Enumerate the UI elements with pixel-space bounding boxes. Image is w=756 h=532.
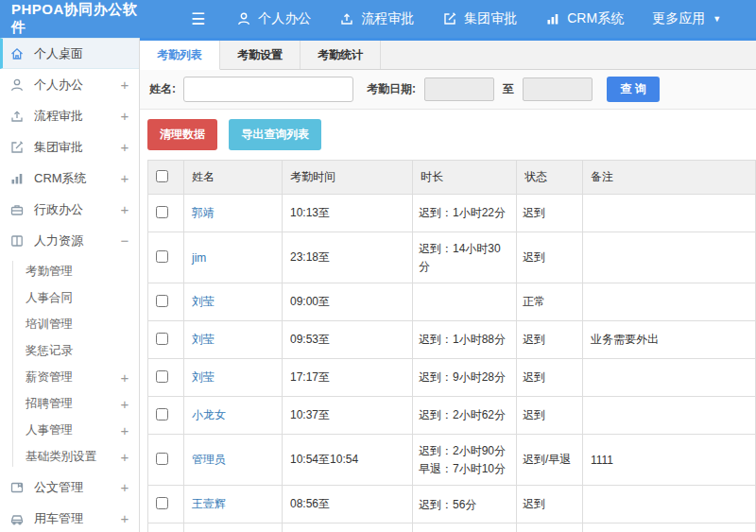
- row-checkbox[interactable]: [156, 333, 168, 345]
- expand-toggle[interactable]: +: [118, 479, 131, 495]
- status-badge: 迟到: [517, 232, 583, 283]
- expand-toggle[interactable]: +: [118, 108, 131, 124]
- employee-name-link[interactable]: 郭靖: [192, 206, 215, 219]
- expand-toggle[interactable]: +: [118, 170, 131, 186]
- row-checkbox[interactable]: [156, 453, 168, 465]
- attendance-time: 09:53至: [283, 321, 413, 359]
- body-wrapper: 个人桌面 个人办公 + 流程审批 + 集团审: [0, 38, 756, 532]
- car-icon: [9, 511, 25, 526]
- status-badge: 迟到: [517, 397, 583, 435]
- user-icon: [236, 11, 251, 26]
- expand-toggle[interactable]: +: [118, 77, 131, 93]
- tab-bar: 考勤列表 考勤设置 考勤统计: [140, 41, 756, 70]
- sidebar-label: 集团审批: [34, 139, 118, 156]
- duration-cell: 迟到：2小时62分: [413, 397, 517, 435]
- employee-name-link[interactable]: 刘莹: [192, 370, 215, 384]
- topnav-personal-office[interactable]: 个人办公: [222, 0, 325, 38]
- row-checkbox[interactable]: [156, 206, 168, 218]
- employee-name-link[interactable]: 刘莹: [192, 295, 215, 308]
- sidebar-sublabel: 薪资管理: [26, 369, 118, 386]
- name-filter-input[interactable]: [183, 77, 353, 102]
- employee-name-link[interactable]: 小龙女: [192, 408, 226, 421]
- sidebar-item-human-resources[interactable]: 人力资源 −: [0, 225, 139, 256]
- expand-toggle[interactable]: +: [118, 139, 131, 155]
- search-button[interactable]: 查 询: [607, 77, 660, 102]
- sidebar-item-group-approval[interactable]: 集团审批 +: [0, 131, 139, 163]
- sidebar-subitem-base-category-settings[interactable]: 基础类别设置 +: [0, 443, 139, 470]
- attendance-time: 10:54至10:54: [283, 435, 413, 486]
- sidebar-subitem-attendance-mgmt[interactable]: 考勤管理: [0, 258, 139, 284]
- note-cell: [583, 486, 756, 523]
- duration-cell: 迟到：9小时28分: [413, 359, 517, 397]
- action-row: 清理数据 导出查询列表: [147, 119, 756, 150]
- attendance-time: 23:18至: [283, 232, 413, 283]
- employee-name-link[interactable]: 王壹辉: [192, 497, 226, 510]
- collapse-toggle[interactable]: −: [118, 232, 131, 249]
- sidebar-item-workflow-approval[interactable]: 流程审批 +: [0, 100, 139, 131]
- attendance-time: 10:37至: [283, 397, 413, 435]
- header-checkbox-cell: [148, 161, 184, 195]
- sidebar-label: CRM系统: [34, 170, 118, 187]
- status-badge: 迟到: [517, 486, 583, 523]
- sidebar-label: 用车管理: [34, 510, 118, 527]
- employee-name-link[interactable]: 管理员: [192, 453, 226, 466]
- topnav-more-apps[interactable]: 更多应用 ▼: [638, 0, 735, 38]
- expand-toggle[interactable]: +: [118, 510, 131, 526]
- employee-name-link[interactable]: jim: [192, 251, 206, 265]
- sidebar-item-admin-office[interactable]: 行政办公 +: [0, 194, 139, 225]
- tab-attendance-list[interactable]: 考勤列表: [140, 41, 220, 70]
- row-checkbox[interactable]: [156, 295, 168, 307]
- sidebar-subitem-salary-mgmt[interactable]: 薪资管理 +: [0, 364, 139, 390]
- sidebar-sublabel: 基础类别设置: [26, 449, 118, 465]
- employee-name-link[interactable]: 刘莹: [192, 333, 215, 346]
- row-checkbox[interactable]: [156, 370, 168, 383]
- sidebar-item-personal-desktop[interactable]: 个人桌面: [0, 38, 139, 69]
- export-list-button[interactable]: 导出查询列表: [229, 119, 321, 150]
- status-badge: 迟到/早退: [517, 523, 583, 532]
- row-checkbox[interactable]: [156, 408, 168, 420]
- topnav-label: CRM系统: [567, 10, 624, 27]
- bar-chart-icon: [545, 11, 560, 26]
- sidebar-sublabel: 人事合同: [26, 290, 118, 306]
- sidebar-item-vehicle-mgmt[interactable]: 用车管理 +: [0, 503, 139, 532]
- tab-attendance-settings[interactable]: 考勤设置: [220, 41, 301, 69]
- workflow-icon: [9, 109, 25, 124]
- sidebar-subitem-hr-contract[interactable]: 人事合同: [0, 284, 139, 311]
- row-checkbox[interactable]: [156, 250, 168, 263]
- select-all-checkbox[interactable]: [156, 170, 168, 182]
- date-to-label: 至: [503, 81, 514, 97]
- sidebar-subitem-reward-punishment[interactable]: 奖惩记录: [0, 337, 139, 364]
- filter-bar: 姓名: 考勤日期: 至 查 询: [140, 70, 756, 110]
- row-checkbox[interactable]: [156, 497, 168, 509]
- tab-attendance-stats[interactable]: 考勤统计: [301, 41, 381, 69]
- sidebar-sublabel: 培训管理: [26, 317, 118, 333]
- date-from-input[interactable]: [424, 77, 494, 101]
- expand-toggle[interactable]: +: [118, 201, 131, 217]
- date-to-input[interactable]: [523, 77, 593, 101]
- note-cell: [583, 195, 756, 232]
- sidebar-subitem-personnel-mgmt[interactable]: 人事管理 +: [0, 417, 139, 443]
- sidebar-label: 公文管理: [34, 479, 118, 496]
- topnav-group-approval[interactable]: 集团审批: [428, 0, 531, 38]
- workflow-icon: [339, 11, 354, 26]
- sidebar-subitem-training-mgmt[interactable]: 培训管理: [0, 311, 139, 337]
- topnav-crm-system[interactable]: CRM系统: [531, 0, 638, 38]
- clear-data-button[interactable]: 清理数据: [147, 119, 217, 150]
- duration-cell: [413, 283, 517, 321]
- expand-toggle[interactable]: +: [118, 396, 131, 412]
- sidebar-item-personal-office[interactable]: 个人办公 +: [0, 69, 139, 100]
- expand-toggle[interactable]: +: [118, 422, 131, 438]
- note-cell: [583, 359, 756, 397]
- duration-cell: 迟到：14小时30分: [413, 232, 517, 283]
- sidebar-item-crm-system[interactable]: CRM系统 +: [0, 163, 139, 194]
- hamburger-menu-icon[interactable]: ☰: [191, 11, 205, 27]
- topnav-workflow-approval[interactable]: 流程审批: [325, 0, 428, 38]
- note-cell: [583, 523, 756, 532]
- sidebar-subitem-recruit-mgmt[interactable]: 招聘管理 +: [0, 390, 139, 417]
- topnav-label: 更多应用: [652, 10, 705, 27]
- sidebar-item-document-mgmt[interactable]: 公文管理 +: [0, 472, 139, 503]
- sidebar: 个人桌面 个人办公 + 流程审批 + 集团审: [0, 38, 140, 532]
- expand-toggle[interactable]: +: [118, 369, 131, 386]
- top-nav: 个人办公 流程审批 集团审批 CRM系统 更多应用: [222, 0, 735, 38]
- expand-toggle[interactable]: +: [118, 449, 131, 465]
